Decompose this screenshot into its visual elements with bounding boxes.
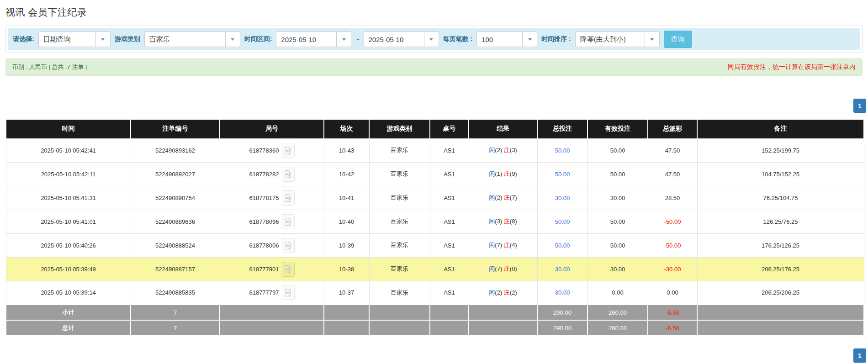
summary-row: 总计 7 290.00 260.00 -6.50 <box>6 320 864 336</box>
video-playback-button[interactable] <box>282 190 295 206</box>
result-cell: 闲(7) 庄(4) <box>469 233 537 257</box>
query-type-select[interactable]: 日期查询 <box>38 32 111 47</box>
date-to-select[interactable]: 2025-05-10 <box>364 32 439 47</box>
result-cell: 闲(2) 庄(7) <box>469 186 537 210</box>
time-cell: 2025-05-10 05:40:26 <box>6 233 131 257</box>
page-button[interactable]: 1 <box>853 348 866 363</box>
table-no-cell: AS1 <box>430 210 469 233</box>
total-bet-cell: 30.00 <box>537 186 587 210</box>
payout-cell: -50.00 <box>648 233 697 257</box>
game-cell: 百家乐 <box>369 257 430 281</box>
column-header-8: 有效投注 <box>587 120 648 138</box>
result-cell: 闲(1) 庄(9) <box>469 162 537 186</box>
banker-result: 庄 <box>504 194 510 201</box>
page-button[interactable]: 1 <box>853 99 866 113</box>
chevron-down-icon <box>645 32 659 47</box>
video-playback-button[interactable] <box>282 214 295 229</box>
currency-summary-text: 币别 : 人民币 | 总共 :7 注单 | <box>12 63 87 71</box>
chevron-down-icon <box>95 32 110 47</box>
result-cell: 闲(3) 庄(8) <box>469 210 537 233</box>
table-row: 2025-05-10 05:41:01 522490889636 6187780… <box>6 210 864 233</box>
round-no-value: 618778360 <box>249 147 279 154</box>
column-header-5: 桌号 <box>430 120 469 138</box>
date-from-select[interactable]: 2025-05-10 <box>276 32 351 47</box>
query-type-value: 日期查询 <box>39 35 95 44</box>
session-cell: 10-40 <box>324 210 369 233</box>
video-playback-button[interactable] <box>282 143 295 158</box>
round-no-cell: 618778175 <box>220 186 324 210</box>
remark-cell: 206.25/206.25 <box>697 281 864 305</box>
session-cell: 10-43 <box>324 138 369 162</box>
bet-no-cell: 522490892027 <box>131 162 220 186</box>
range-separator: ~ <box>355 36 359 43</box>
game-cell: 百家乐 <box>369 210 430 233</box>
bet-no-cell: 522490885835 <box>131 281 220 305</box>
pagination-top: 1 <box>5 99 866 113</box>
summary-label-cell: 小计 <box>6 305 131 320</box>
result-cell: 闲(2) 庄(2) <box>469 281 537 305</box>
query-type-label: 请选择: <box>13 35 34 43</box>
search-button[interactable]: 查询 <box>664 31 692 48</box>
payout-cell: 47.50 <box>648 162 697 186</box>
banker-result: 庄 <box>504 170 510 177</box>
filter-panel: 请选择: 日期查询 游戏类别 百家乐 时间区间: 2025-05-10 ~ 20… <box>5 26 863 53</box>
chevron-down-icon <box>522 32 537 47</box>
summary-valid-bet-cell: 260.00 <box>587 305 648 320</box>
time-cell: 2025-05-10 05:39:49 <box>6 257 131 281</box>
video-icon <box>285 241 291 250</box>
chevron-down-icon <box>424 32 439 47</box>
summary-total-bet-cell: 290.00 <box>537 305 587 320</box>
column-header-4: 游戏类别 <box>369 120 430 138</box>
game-cell: 百家乐 <box>369 186 430 210</box>
video-playback-button[interactable] <box>282 167 295 182</box>
summary-payout-cell: -6.50 <box>648 320 697 336</box>
total-bet-cell: 50.00 <box>537 138 587 162</box>
banker-result: 庄 <box>504 147 510 153</box>
valid-bet-cell: 0.00 <box>587 281 648 305</box>
total-bet-cell: 50.00 <box>537 233 587 257</box>
pagination-bottom: 1 <box>5 348 866 363</box>
video-playback-button[interactable] <box>282 238 295 253</box>
video-icon <box>285 265 291 274</box>
table-no-cell: AS1 <box>430 257 469 281</box>
game-category-select[interactable]: 百家乐 <box>144 32 240 47</box>
video-icon <box>285 288 291 297</box>
round-no-cell: 618778096 <box>220 210 324 233</box>
valid-bet-cell: 50.00 <box>587 233 648 257</box>
valid-bet-cell: 50.00 <box>587 138 648 162</box>
round-no-value: 618778096 <box>249 218 279 225</box>
bets-table: 时间注单编号局号场次游戏类别桌号结果总投注有效投注总派彩备注 2025-05-1… <box>5 120 864 336</box>
column-header-10: 备注 <box>697 120 864 138</box>
total-bet-cell: 30.00 <box>537 281 587 305</box>
game-cell: 百家乐 <box>369 162 430 186</box>
player-result: 闲 <box>489 147 495 153</box>
round-no-value: 618778282 <box>249 171 279 178</box>
summary-row: 小计 7 290.00 260.00 -6.50 <box>6 305 864 320</box>
game-cell: 百家乐 <box>369 138 430 162</box>
valid-bet-cell: 30.00 <box>587 257 648 281</box>
column-header-3: 场次 <box>324 120 369 138</box>
time-sort-select[interactable]: 降幂(由大到小) <box>575 32 660 47</box>
table-row: 2025-05-10 05:42:11 522490892027 6187782… <box>6 162 864 186</box>
player-result: 闲 <box>489 242 495 248</box>
time-range-label: 时间区间: <box>244 35 272 43</box>
info-bar: 币别 : 人民币 | 总共 :7 注单 | 同局有效投注，统一计算在该局第一张注… <box>5 58 863 76</box>
page-size-select[interactable]: 100 <box>476 32 537 47</box>
round-no-cell: 618778282 <box>220 162 324 186</box>
payout-cell: 47.50 <box>648 138 697 162</box>
video-playback-button[interactable] <box>282 285 295 300</box>
bet-no-cell: 522490888524 <box>131 233 220 257</box>
column-header-1: 注单编号 <box>131 120 220 138</box>
payout-cell: -30.00 <box>648 257 697 281</box>
bet-no-cell: 522490890754 <box>131 186 220 210</box>
time-sort-label: 时间排序 : <box>541 35 571 43</box>
result-cell: 闲(7) 庄(0) <box>469 257 537 281</box>
video-playback-button[interactable] <box>282 262 295 277</box>
table-no-cell: AS1 <box>430 233 469 257</box>
time-cell: 2025-05-10 05:42:11 <box>6 162 131 186</box>
chevron-down-icon <box>225 32 240 47</box>
remark-cell: 152.25/199.75 <box>697 138 864 162</box>
result-cell: 闲(2) 庄(3) <box>469 138 537 162</box>
round-no-value: 618778006 <box>249 242 279 249</box>
summary-count-cell: 7 <box>131 305 220 320</box>
